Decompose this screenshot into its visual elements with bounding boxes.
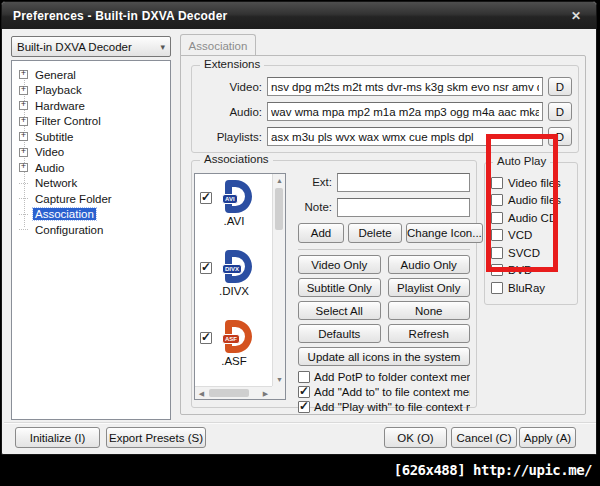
close-icon[interactable]: ✕ [567, 7, 585, 25]
expander-plus-icon[interactable]: + [19, 86, 28, 95]
video-extensions-input[interactable] [267, 77, 543, 96]
autoplay-label: BluRay [508, 282, 545, 294]
selection-buttons-grid: Video OnlyAudio OnlySubtitle OnlyPlaylis… [298, 255, 470, 343]
file-checkbox-divx[interactable] [200, 262, 212, 274]
delete-button[interactable]: Delete [348, 223, 402, 243]
ok-button[interactable]: OK (O) [384, 427, 447, 448]
tree-item-audio[interactable]: +Audio [12, 160, 170, 176]
none-button[interactable]: None [388, 301, 471, 320]
tree-item-general[interactable]: +General [12, 67, 170, 83]
watermark-text: [626x488] http://upic.me/ [394, 462, 592, 478]
associations-legend: Associations [200, 153, 273, 165]
scroll-down-icon[interactable]: ▼ [273, 373, 286, 386]
expander-plus-icon[interactable]: + [19, 70, 28, 79]
context-option-add-play-with-to-file-contex[interactable]: Add "Play with" to file context menu [298, 400, 470, 413]
export-presets-button[interactable]: Export Presets (S) [106, 427, 206, 448]
apply-button[interactable]: Apply (A) [519, 427, 576, 448]
subtitle-only-button[interactable]: Subtitle Only [298, 278, 381, 297]
preset-dropdown[interactable]: Built-in DXVA Decoder ▾ [11, 36, 171, 57]
file-type-icon-avi: AVI [225, 180, 252, 213]
add-button[interactable]: Add [298, 223, 344, 243]
context-option-add-potp-to-folder-context-m[interactable]: Add PotP to folder context menu [298, 370, 470, 383]
context-option-label: Add "Play with" to file context menu [314, 401, 470, 413]
note-field-input[interactable] [337, 198, 470, 217]
settings-tree: +General+Playback+Hardware+Filter Contro… [11, 60, 171, 420]
tree-item-label: Filter Control [33, 115, 103, 127]
tree-item-network[interactable]: Network [12, 176, 170, 192]
preferences-dialog: Preferences - Built-in DXVA Decoder ✕ Bu… [1, 1, 597, 455]
expander-plus-icon[interactable]: + [19, 163, 28, 172]
vertical-scroll-thumb[interactable] [275, 188, 283, 230]
autoplay-checkbox-bluray[interactable] [491, 282, 503, 294]
initialize-button[interactable]: Initialize (I) [15, 427, 100, 448]
context-option-label: Add PotP to folder context menu [314, 371, 470, 383]
ext-field-row: Ext: [298, 172, 470, 192]
vertical-scrollbar[interactable]: ▲ ▼ [272, 174, 285, 386]
ext-field-label: Ext: [298, 176, 332, 188]
file-type-list[interactable]: AVI.AVIDIVX.DIVXASF.ASF ▲ ▼ ◀ ▶ [194, 173, 286, 400]
defaults-button[interactable]: Defaults [298, 324, 381, 343]
tree-item-label: Subtitle [33, 131, 75, 143]
file-ext-label: .DIVX [195, 285, 273, 297]
video-default-button[interactable]: D [548, 77, 572, 96]
tree-item-playback[interactable]: +Playback [12, 83, 170, 99]
audio-default-button[interactable]: D [548, 102, 572, 121]
scrollbar-corner [272, 386, 285, 399]
tree-leaf-dash [19, 214, 28, 215]
tree-item-label: General [33, 69, 78, 81]
context-checkbox[interactable] [298, 386, 310, 398]
tab-association-label: Association [189, 40, 248, 52]
file-type-badge: DIVX [222, 264, 242, 274]
context-option-add-add-to-to-file-context-m[interactable]: Add "Add to" to file context menu [298, 385, 470, 398]
note-field-row: Note: [298, 197, 470, 217]
update-all-icons-button[interactable]: Update all icons in the system [298, 347, 470, 366]
extensions-legend: Extensions [200, 58, 264, 70]
expander-plus-icon[interactable]: + [19, 101, 28, 110]
ext-field-input[interactable] [337, 173, 470, 192]
association-controls: Ext: Note: Add Delete Change Icon... Vid… [298, 172, 470, 413]
note-field-label: Note: [298, 201, 332, 213]
tree-item-video[interactable]: +Video [12, 145, 170, 161]
horizontal-scroll-thumb[interactable] [209, 389, 249, 397]
autoplay-bluray[interactable]: BluRay [491, 279, 575, 297]
file-type-badge: ASF [222, 334, 240, 344]
tree-item-filter-control[interactable]: +Filter Control [12, 114, 170, 130]
tree-item-subtitle[interactable]: +Subtitle [12, 129, 170, 145]
tree-item-configuration[interactable]: Configuration [12, 222, 170, 238]
video-only-button[interactable]: Video Only [298, 255, 381, 274]
screen: { "window": { "title": "Preferences - Bu… [0, 0, 600, 486]
title-bar: Preferences - Built-in DXVA Decoder ✕ [2, 2, 596, 29]
file-ext-label: .ASF [195, 355, 273, 367]
tree-item-hardware[interactable]: +Hardware [12, 98, 170, 114]
change-icon-button[interactable]: Change Icon... [406, 223, 483, 243]
scroll-left-icon[interactable]: ◀ [195, 387, 208, 400]
tree-item-label: Hardware [33, 100, 87, 112]
tree-item-association[interactable]: Association [12, 207, 170, 223]
audio-extensions-input[interactable] [267, 102, 543, 121]
separator-line [298, 249, 470, 250]
video-extensions-row: Video: D [198, 77, 572, 96]
expander-plus-icon[interactable]: + [19, 117, 28, 126]
context-checkbox[interactable] [298, 371, 310, 383]
refresh-button[interactable]: Refresh [388, 324, 471, 343]
tab-association[interactable]: Association [180, 34, 256, 56]
audio-only-button[interactable]: Audio Only [388, 255, 471, 274]
playlist-only-button[interactable]: Playlist Only [388, 278, 471, 297]
edit-buttons-row: Add Delete Change Icon... [298, 223, 470, 243]
select-all-button[interactable]: Select All [298, 301, 381, 320]
tree-item-capture-folder[interactable]: Capture Folder [12, 191, 170, 207]
audio-extensions-row: Audio: D [198, 102, 572, 121]
context-checkbox[interactable] [298, 401, 310, 413]
horizontal-scrollbar[interactable]: ◀ ▶ [195, 386, 272, 399]
expander-plus-icon[interactable]: + [19, 132, 28, 141]
tree-item-label: Video [33, 146, 66, 158]
scroll-right-icon[interactable]: ▶ [259, 387, 272, 400]
file-ext-label: .AVI [195, 215, 273, 227]
expander-plus-icon[interactable]: + [19, 148, 28, 157]
chevron-down-icon: ▾ [160, 42, 165, 52]
file-checkbox-avi[interactable] [200, 192, 212, 204]
file-checkbox-asf[interactable] [200, 332, 212, 344]
scroll-up-icon[interactable]: ▲ [273, 174, 286, 187]
tree-item-label: Association [33, 208, 96, 220]
cancel-button[interactable]: Cancel (C) [451, 427, 517, 448]
